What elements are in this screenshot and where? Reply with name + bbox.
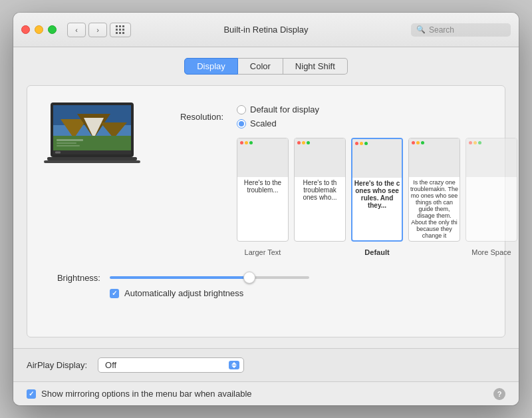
scale-options: Here's to the troublem... bbox=[237, 138, 517, 242]
radio-default-label: Default for display bbox=[250, 104, 319, 114]
arrow-up-icon bbox=[231, 362, 237, 365]
card-dots-2 bbox=[297, 141, 310, 144]
slider-thumb[interactable] bbox=[243, 272, 255, 284]
brightness-slider[interactable] bbox=[110, 272, 309, 283]
card-dots-4 bbox=[412, 141, 424, 144]
scale-card-preview-4 bbox=[409, 138, 460, 177]
titlebar: ‹ › Built-in Retina Display 🔍 Search bbox=[13, 13, 519, 47]
grid-icon bbox=[116, 25, 125, 35]
svg-rect-10 bbox=[57, 139, 83, 141]
mirror-label: Show mirroring options in the menu bar w… bbox=[41, 389, 252, 399]
card-dots-larger bbox=[240, 141, 253, 144]
svg-rect-13 bbox=[53, 150, 131, 154]
airplay-dropdown[interactable]: Off bbox=[98, 357, 244, 373]
scale-card-default[interactable]: Here's to the c ones who see rules. And … bbox=[351, 138, 403, 242]
mirror-checkbox-check-icon: ✓ bbox=[29, 390, 34, 397]
scale-label-default: Default bbox=[351, 248, 403, 256]
grid-button[interactable] bbox=[110, 23, 131, 37]
scale-card-preview-larger bbox=[237, 138, 288, 177]
airplay-value: Off bbox=[105, 360, 225, 370]
forward-button[interactable]: › bbox=[88, 23, 107, 37]
scale-card-label-more bbox=[466, 177, 517, 181]
main-window: ‹ › Built-in Retina Display 🔍 Search Dis… bbox=[13, 13, 519, 405]
brightness-section: Brightness: ✓ Automatically adjust brigh… bbox=[41, 272, 491, 298]
scale-card-label-4: Is the crazy one troublemakin. The mo on… bbox=[409, 177, 460, 241]
airplay-bar: AirPlay Display: Off bbox=[13, 348, 519, 381]
checkbox-check-icon: ✓ bbox=[112, 290, 117, 297]
resolution-section: Resolution: Default for display Scaled bbox=[164, 99, 517, 256]
auto-brightness-checkbox[interactable]: ✓ bbox=[110, 289, 119, 298]
svg-rect-12 bbox=[57, 145, 80, 146]
svg-rect-11 bbox=[57, 142, 76, 144]
radio-scaled-label: Scaled bbox=[250, 118, 277, 128]
scale-card-preview-more bbox=[466, 138, 517, 177]
scale-label-more: More Space bbox=[466, 248, 517, 256]
scale-label-4 bbox=[408, 248, 460, 256]
scale-label-2 bbox=[294, 248, 346, 256]
scale-card-preview-2 bbox=[295, 138, 345, 177]
radio-scaled[interactable]: Scaled bbox=[237, 118, 319, 128]
top-section: Resolution: Default for display Scaled bbox=[41, 99, 491, 256]
scale-card-label-default: Here's to the c ones who see rules. And … bbox=[352, 178, 402, 211]
tab-color[interactable]: Color bbox=[238, 58, 283, 75]
scale-card-preview-default bbox=[352, 139, 402, 178]
scale-labels-row: Larger Text Default More Space bbox=[237, 248, 517, 256]
svg-rect-14 bbox=[55, 152, 61, 154]
scale-card-label-2: Here's to th troublemak ones who... bbox=[295, 177, 345, 203]
tab-bar: Display Color Night Shift bbox=[27, 58, 505, 75]
search-bar[interactable]: 🔍 Search bbox=[411, 23, 511, 37]
radio-default[interactable]: Default for display bbox=[237, 104, 319, 114]
maximize-button[interactable] bbox=[48, 25, 57, 34]
brightness-label: Brightness: bbox=[41, 273, 100, 283]
resolution-label: Resolution: bbox=[164, 112, 223, 122]
scale-card-4[interactable]: Is the crazy one troublemakin. The mo on… bbox=[408, 138, 460, 242]
traffic-lights bbox=[21, 25, 57, 34]
mirror-checkbox[interactable]: ✓ bbox=[27, 389, 36, 399]
brightness-row: Brightness: bbox=[41, 272, 491, 283]
svg-rect-16 bbox=[44, 160, 140, 163]
card-dots-default bbox=[355, 142, 368, 145]
mirror-row: ✓ Show mirroring options in the menu bar… bbox=[13, 381, 519, 405]
airplay-label: AirPlay Display: bbox=[27, 360, 87, 370]
tab-night-shift[interactable]: Night Shift bbox=[283, 58, 348, 75]
search-label: Search bbox=[429, 25, 454, 35]
card-text-larger bbox=[261, 146, 265, 170]
radio-scaled-btn[interactable] bbox=[237, 119, 246, 128]
scale-card-2[interactable]: Here's to th troublemak ones who... bbox=[294, 138, 346, 242]
main-panel: Resolution: Default for display Scaled bbox=[27, 85, 505, 337]
card-text-default bbox=[375, 146, 379, 172]
auto-brightness-row: ✓ Automatically adjust brightness bbox=[110, 288, 491, 298]
content-area: Display Color Night Shift bbox=[13, 47, 519, 348]
radio-default-btn[interactable] bbox=[237, 105, 246, 114]
help-button[interactable]: ? bbox=[493, 388, 505, 400]
nav-buttons: ‹ › bbox=[67, 23, 107, 37]
arrow-down-icon bbox=[231, 365, 237, 368]
laptop-preview-svg bbox=[41, 99, 144, 172]
card-text-4 bbox=[432, 145, 436, 170]
window-title: Built-in Retina Display bbox=[223, 25, 308, 35]
back-button[interactable]: ‹ bbox=[67, 23, 86, 37]
card-text-2 bbox=[318, 145, 322, 170]
minimize-button[interactable] bbox=[35, 25, 43, 34]
auto-brightness-label: Automatically adjust brightness bbox=[124, 288, 243, 298]
display-preview bbox=[41, 99, 144, 172]
search-icon: 🔍 bbox=[416, 25, 426, 34]
scale-label-larger: Larger Text bbox=[237, 248, 289, 256]
tab-display[interactable]: Display bbox=[184, 58, 238, 75]
scale-card-more-space[interactable] bbox=[466, 138, 517, 242]
dropdown-arrows-icon bbox=[229, 361, 239, 369]
slider-track bbox=[110, 276, 309, 279]
card-dots-more bbox=[469, 141, 481, 144]
scale-card-larger[interactable]: Here's to the troublem... bbox=[237, 138, 289, 242]
radio-options: Default for display Scaled bbox=[237, 104, 319, 128]
scale-card-label-larger: Here's to the troublem... bbox=[237, 177, 288, 196]
close-button[interactable] bbox=[21, 25, 30, 34]
svg-rect-15 bbox=[47, 157, 137, 160]
resolution-row: Resolution: Default for display Scaled bbox=[164, 104, 517, 128]
